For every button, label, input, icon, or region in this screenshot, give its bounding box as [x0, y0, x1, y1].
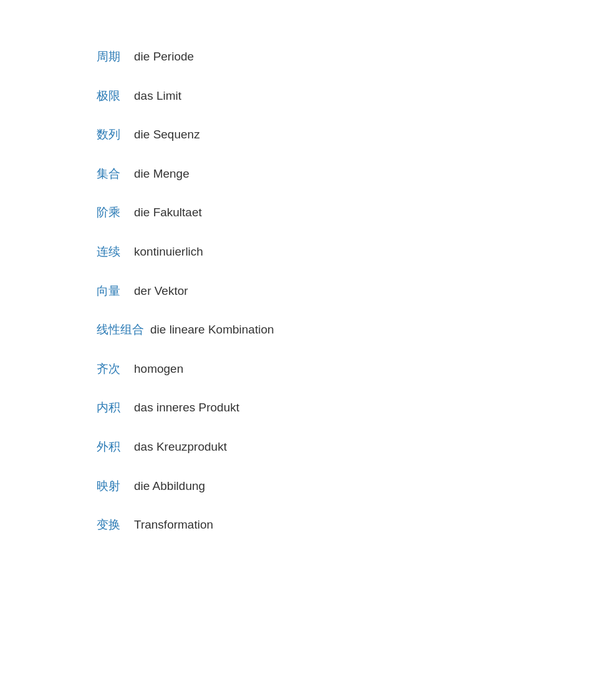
- chinese-term: 变换: [97, 517, 128, 534]
- german-translation: das Kreuzprodukt: [134, 439, 227, 456]
- chinese-term: 映射: [97, 478, 128, 495]
- vocab-item: 内积das inneres Produkt: [97, 388, 589, 428]
- vocab-item: 极限das Limit: [97, 77, 589, 116]
- german-translation: das inneres Produkt: [134, 400, 239, 416]
- german-translation: die Fakultaet: [134, 204, 202, 221]
- vocabulary-list: 周期die Periode极限das Limit数列die Sequenz集合d…: [97, 37, 589, 545]
- chinese-term: 极限: [97, 88, 128, 105]
- vocab-item: 连续kontinuierlich: [97, 233, 589, 272]
- chinese-term: 齐次: [97, 361, 128, 378]
- chinese-term: 周期: [97, 49, 128, 65]
- german-translation: homogen: [134, 361, 183, 378]
- german-translation: die lineare Kombination: [150, 322, 274, 338]
- german-translation: kontinuierlich: [134, 244, 203, 261]
- vocab-item: 集合die Menge: [97, 155, 589, 194]
- vocab-item: 变换Transformation: [97, 506, 589, 545]
- chinese-term: 集合: [97, 166, 128, 183]
- chinese-term: 阶乘: [97, 204, 128, 221]
- chinese-term: 内积: [97, 400, 128, 416]
- vocab-item: 数列die Sequenz: [97, 115, 589, 155]
- chinese-term: 数列: [97, 127, 128, 143]
- german-translation: der Vektor: [134, 283, 188, 300]
- vocab-item: 外积das Kreuzprodukt: [97, 428, 589, 467]
- german-translation: die Menge: [134, 166, 189, 183]
- german-translation: das Limit: [134, 88, 181, 105]
- vocab-item: 映射die Abbildung: [97, 467, 589, 506]
- german-translation: die Abbildung: [134, 478, 205, 495]
- vocab-item: 向量der Vektor: [97, 272, 589, 311]
- vocab-item: 线性组合die lineare Kombination: [97, 310, 589, 350]
- chinese-term: 连续: [97, 244, 128, 261]
- german-translation: die Sequenz: [134, 127, 200, 143]
- chinese-term: 外积: [97, 439, 128, 456]
- chinese-term: 线性组合: [97, 322, 144, 338]
- vocab-item: 齐次homogen: [97, 350, 589, 389]
- german-translation: Transformation: [134, 517, 213, 534]
- vocab-item: 周期die Periode: [97, 37, 589, 77]
- chinese-term: 向量: [97, 283, 128, 300]
- vocab-item: 阶乘die Fakultaet: [97, 193, 589, 233]
- german-translation: die Periode: [134, 49, 194, 65]
